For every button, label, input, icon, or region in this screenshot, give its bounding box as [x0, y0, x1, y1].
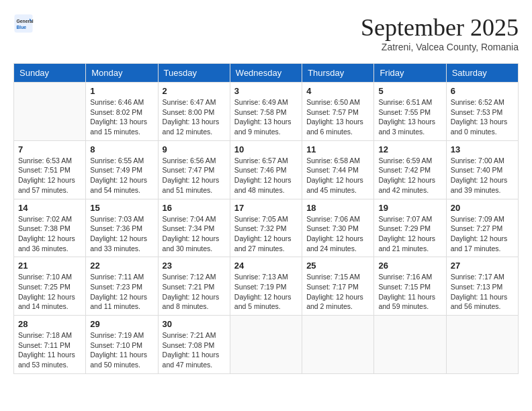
day-info: Sunrise: 7:06 AM Sunset: 7:30 PM Dayligh…: [306, 214, 369, 254]
day-number: 20: [451, 203, 514, 213]
svg-text:General: General: [17, 19, 34, 24]
day-info: Sunrise: 7:07 AM Sunset: 7:29 PM Dayligh…: [378, 214, 441, 254]
calendar-cell: 18Sunrise: 7:06 AM Sunset: 7:30 PM Dayli…: [302, 199, 374, 257]
calendar-week-row: 21Sunrise: 7:10 AM Sunset: 7:25 PM Dayli…: [14, 257, 519, 316]
day-number: 16: [163, 203, 226, 213]
day-number: 6: [451, 86, 514, 96]
day-number: 1: [90, 86, 153, 96]
calendar-week-row: 28Sunrise: 7:18 AM Sunset: 7:11 PM Dayli…: [14, 316, 519, 374]
logo-icon: General Blue: [13, 13, 34, 34]
calendar-cell: 19Sunrise: 7:07 AM Sunset: 7:29 PM Dayli…: [374, 199, 446, 257]
day-info: Sunrise: 6:46 AM Sunset: 8:02 PM Dayligh…: [90, 97, 153, 137]
calendar-cell: 21Sunrise: 7:10 AM Sunset: 7:25 PM Dayli…: [14, 257, 86, 316]
day-info: Sunrise: 7:10 AM Sunset: 7:25 PM Dayligh…: [18, 272, 81, 312]
calendar-cell: 11Sunrise: 6:58 AM Sunset: 7:44 PM Dayli…: [302, 140, 374, 199]
calendar-cell: 30Sunrise: 7:21 AM Sunset: 7:08 PM Dayli…: [158, 316, 230, 374]
day-number: 10: [234, 144, 298, 154]
day-info: Sunrise: 7:12 AM Sunset: 7:21 PM Dayligh…: [163, 272, 226, 312]
svg-rect-0: [15, 15, 33, 33]
calendar-cell: 10Sunrise: 6:57 AM Sunset: 7:46 PM Dayli…: [230, 140, 302, 199]
calendar-cell: [230, 316, 302, 374]
calendar-cell: 13Sunrise: 7:00 AM Sunset: 7:40 PM Dayli…: [446, 140, 518, 199]
day-info: Sunrise: 6:49 AM Sunset: 7:58 PM Dayligh…: [234, 97, 298, 137]
calendar-cell: 24Sunrise: 7:13 AM Sunset: 7:19 PM Dayli…: [230, 257, 302, 316]
location-subtitle: Zatreni, Valcea County, Romania: [361, 42, 519, 52]
day-number: 4: [306, 86, 369, 96]
day-info: Sunrise: 6:57 AM Sunset: 7:46 PM Dayligh…: [234, 156, 298, 195]
day-number: 13: [451, 144, 514, 154]
day-info: Sunrise: 6:59 AM Sunset: 7:42 PM Dayligh…: [378, 156, 441, 195]
calendar-cell: 20Sunrise: 7:09 AM Sunset: 7:27 PM Dayli…: [446, 199, 518, 257]
day-info: Sunrise: 7:19 AM Sunset: 7:10 PM Dayligh…: [90, 330, 153, 370]
calendar-cell: 14Sunrise: 7:02 AM Sunset: 7:38 PM Dayli…: [14, 199, 86, 257]
day-number: 21: [18, 261, 81, 271]
calendar-cell: [14, 83, 86, 141]
day-info: Sunrise: 6:55 AM Sunset: 7:49 PM Dayligh…: [90, 156, 153, 195]
day-info: Sunrise: 7:17 AM Sunset: 7:13 PM Dayligh…: [451, 272, 514, 312]
day-info: Sunrise: 7:03 AM Sunset: 7:36 PM Dayligh…: [90, 214, 153, 254]
day-info: Sunrise: 7:00 AM Sunset: 7:40 PM Dayligh…: [451, 156, 514, 195]
day-info: Sunrise: 7:13 AM Sunset: 7:19 PM Dayligh…: [234, 272, 298, 312]
day-number: 11: [306, 144, 369, 154]
day-of-week-header: Saturday: [446, 64, 518, 83]
day-info: Sunrise: 6:52 AM Sunset: 7:53 PM Dayligh…: [451, 97, 514, 137]
day-info: Sunrise: 7:09 AM Sunset: 7:27 PM Dayligh…: [451, 214, 514, 254]
calendar-week-row: 1Sunrise: 6:46 AM Sunset: 8:02 PM Daylig…: [14, 83, 519, 141]
day-of-week-header: Wednesday: [230, 64, 302, 83]
calendar-table: SundayMondayTuesdayWednesdayThursdayFrid…: [13, 63, 519, 374]
day-info: Sunrise: 7:02 AM Sunset: 7:38 PM Dayligh…: [18, 214, 81, 254]
day-of-week-header: Sunday: [14, 64, 86, 83]
day-number: 14: [18, 203, 81, 213]
day-of-week-header: Tuesday: [158, 64, 230, 83]
calendar-cell: 17Sunrise: 7:05 AM Sunset: 7:32 PM Dayli…: [230, 199, 302, 257]
day-number: 23: [163, 261, 226, 271]
calendar-cell: 9Sunrise: 6:56 AM Sunset: 7:47 PM Daylig…: [158, 140, 230, 199]
day-number: 12: [378, 144, 441, 154]
day-info: Sunrise: 7:18 AM Sunset: 7:11 PM Dayligh…: [18, 330, 81, 370]
calendar-cell: 2Sunrise: 6:47 AM Sunset: 8:00 PM Daylig…: [158, 83, 230, 141]
day-number: 28: [18, 319, 81, 329]
day-info: Sunrise: 7:04 AM Sunset: 7:34 PM Dayligh…: [163, 214, 226, 254]
calendar-cell: 28Sunrise: 7:18 AM Sunset: 7:11 PM Dayli…: [14, 316, 86, 374]
calendar-cell: 29Sunrise: 7:19 AM Sunset: 7:10 PM Dayli…: [86, 316, 158, 374]
month-title: September 2025: [361, 13, 519, 42]
calendar-cell: [446, 316, 518, 374]
calendar-cell: 16Sunrise: 7:04 AM Sunset: 7:34 PM Dayli…: [158, 199, 230, 257]
day-of-week-header: Monday: [86, 64, 158, 83]
day-number: 27: [451, 261, 514, 271]
day-number: 7: [18, 144, 81, 154]
day-info: Sunrise: 7:21 AM Sunset: 7:08 PM Dayligh…: [163, 330, 226, 370]
calendar-cell: 27Sunrise: 7:17 AM Sunset: 7:13 PM Dayli…: [446, 257, 518, 316]
title-block: September 2025 Zatreni, Valcea County, R…: [361, 13, 519, 52]
day-info: Sunrise: 7:16 AM Sunset: 7:15 PM Dayligh…: [378, 272, 441, 312]
day-number: 24: [234, 261, 298, 271]
calendar-cell: 23Sunrise: 7:12 AM Sunset: 7:21 PM Dayli…: [158, 257, 230, 316]
day-of-week-header: Thursday: [302, 64, 374, 83]
day-number: 17: [234, 203, 298, 213]
day-number: 15: [90, 203, 153, 213]
calendar-cell: 7Sunrise: 6:53 AM Sunset: 7:51 PM Daylig…: [14, 140, 86, 199]
day-number: 22: [90, 261, 153, 271]
calendar-cell: 5Sunrise: 6:51 AM Sunset: 7:55 PM Daylig…: [374, 83, 446, 141]
day-info: Sunrise: 6:50 AM Sunset: 7:57 PM Dayligh…: [306, 97, 369, 137]
svg-text:Blue: Blue: [17, 25, 27, 30]
day-number: 8: [90, 144, 153, 154]
day-number: 26: [378, 261, 441, 271]
day-number: 2: [163, 86, 226, 96]
calendar-header-row: SundayMondayTuesdayWednesdayThursdayFrid…: [14, 64, 519, 83]
calendar-cell: 15Sunrise: 7:03 AM Sunset: 7:36 PM Dayli…: [86, 199, 158, 257]
day-number: 3: [234, 86, 298, 96]
calendar-cell: 26Sunrise: 7:16 AM Sunset: 7:15 PM Dayli…: [374, 257, 446, 316]
calendar-cell: 4Sunrise: 6:50 AM Sunset: 7:57 PM Daylig…: [302, 83, 374, 141]
day-info: Sunrise: 6:51 AM Sunset: 7:55 PM Dayligh…: [378, 97, 441, 137]
calendar-cell: 1Sunrise: 6:46 AM Sunset: 8:02 PM Daylig…: [86, 83, 158, 141]
day-info: Sunrise: 7:11 AM Sunset: 7:23 PM Dayligh…: [90, 272, 153, 312]
day-info: Sunrise: 6:56 AM Sunset: 7:47 PM Dayligh…: [163, 156, 226, 195]
day-number: 29: [90, 319, 153, 329]
day-of-week-header: Friday: [374, 64, 446, 83]
calendar-cell: 6Sunrise: 6:52 AM Sunset: 7:53 PM Daylig…: [446, 83, 518, 141]
calendar-cell: 22Sunrise: 7:11 AM Sunset: 7:23 PM Dayli…: [86, 257, 158, 316]
calendar-cell: 3Sunrise: 6:49 AM Sunset: 7:58 PM Daylig…: [230, 83, 302, 141]
day-info: Sunrise: 6:58 AM Sunset: 7:44 PM Dayligh…: [306, 156, 369, 195]
calendar-cell: 8Sunrise: 6:55 AM Sunset: 7:49 PM Daylig…: [86, 140, 158, 199]
